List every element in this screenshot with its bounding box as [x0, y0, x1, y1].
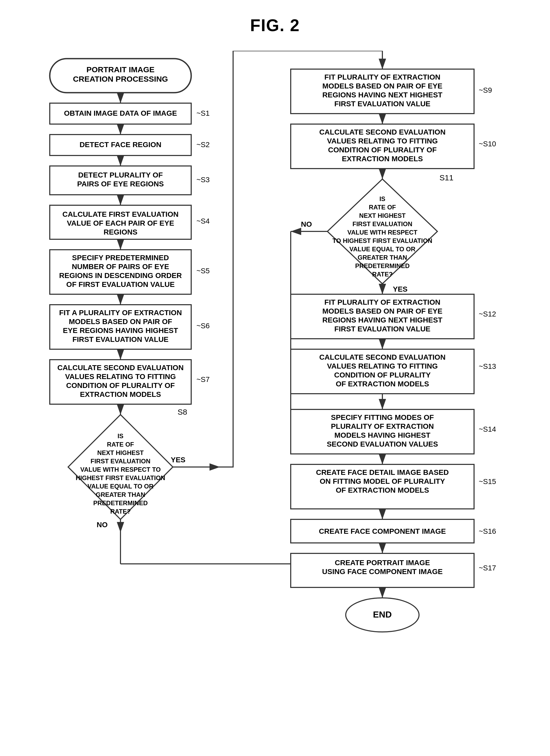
s17-text2: USING FACE COMPONENT IMAGE	[322, 568, 443, 576]
s7-text2: VALUES RELATING TO FITTING	[65, 373, 176, 381]
s7-text4: EXTRACTION MODELS	[80, 390, 161, 398]
s10-label: ~S10	[479, 140, 496, 148]
s12-text4: FIRST EVALUATION VALUE	[334, 325, 430, 333]
s11-yes-label: YES	[393, 285, 408, 293]
s4-label: ~S4	[196, 217, 210, 225]
s6-label: ~S6	[196, 322, 210, 330]
s11-d-text3: FIRST EVALUATION	[353, 220, 412, 227]
end-text: END	[373, 609, 392, 619]
s5-text4: OF FIRST EVALUATION VALUE	[66, 280, 175, 288]
s5-label: ~S5	[196, 267, 210, 275]
s6-text4: FIRST EVALUATION VALUE	[72, 335, 168, 343]
s11-no-label: NO	[301, 220, 312, 228]
s5-text2: NUMBER OF PAIRS OF EYE	[72, 263, 169, 271]
s15-label: ~S15	[479, 477, 496, 486]
s11-d-text2: NEXT HIGHEST	[359, 212, 406, 219]
start-text2: CREATION PROCESSING	[73, 75, 168, 83]
s8-label: S8	[177, 408, 187, 416]
s8-d-text2: RATE OF	[107, 441, 134, 448]
s8-yes-label: YES	[171, 456, 185, 464]
s3-label: ~S3	[196, 176, 210, 184]
s3-text1: DETECT PLURALITY OF	[78, 171, 163, 179]
s14-text2: PLURALITY OF EXTRACTION	[331, 422, 434, 430]
s15-text2: ON FITTING MODEL OF PLURALITY	[320, 477, 445, 485]
s13-text2: VALUES RELATING TO FITTING	[327, 362, 438, 370]
start-text: PORTRAIT IMAGE	[86, 65, 154, 74]
s11-d-text8: PREDETERMINED	[355, 262, 410, 269]
s9-text2: MODELS BASED ON PAIR OF EYE	[323, 82, 442, 90]
s13-text4: OF EXTRACTION MODELS	[336, 380, 429, 388]
s3-text2: PAIRS OF EYE REGIONS	[77, 180, 164, 188]
s13-text1: CALCULATE SECOND EVALUATION	[319, 353, 446, 361]
s8-d-text5: VALUE WITH RESPECT TO	[80, 466, 160, 473]
s10-text3: CONDITION OF PLURALITY OF	[328, 146, 437, 154]
s10-text4: EXTRACTION MODELS	[342, 155, 423, 163]
s13-text3: CONDITION OF PLURALITY	[334, 371, 431, 379]
s4-text3: REGIONS	[103, 228, 137, 236]
s2-text: DETECT FACE REGION	[80, 141, 161, 149]
s5-text3: REGIONS IN DESCENDING ORDER	[59, 271, 182, 280]
s10-text1: CALCULATE SECOND EVALUATION	[319, 128, 446, 136]
s11-label: S11	[440, 173, 453, 182]
s9-text3: REGIONS HAVING NEXT HIGHEST	[323, 91, 442, 99]
s11-d-text9: RATE?	[372, 271, 393, 278]
s8-d-text8: GREATER THAN	[96, 491, 145, 498]
s6-text3: EYE REGIONS HAVING HIGHEST	[63, 326, 178, 335]
s8-d-text9: PREDETERMINED	[93, 499, 148, 507]
s7-text1: CALCULATE SECOND EVALUATION	[57, 364, 183, 372]
s8-d-text10: RATE?	[110, 508, 131, 515]
s13-label: ~S13	[479, 362, 496, 370]
s8-d-text6: HIGHEST FIRST EVALUATION	[76, 474, 165, 481]
s7-label: ~S7	[196, 375, 210, 383]
s6-text1: FIT A PLURALITY OF EXTRACTION	[59, 309, 182, 317]
s9-text4: FIRST EVALUATION VALUE	[334, 100, 430, 108]
s1-label: ~S1	[196, 109, 210, 117]
s14-text1: SPECIFY FITTING MODES OF	[331, 413, 434, 421]
figure-title: FIG. 2	[21, 16, 529, 35]
page: FIG. 2 PORTRAIT IMAGE CREATION PROCESSIN…	[0, 0, 550, 756]
s12-text1: FIT PLURALITY OF EXTRACTION	[325, 298, 441, 306]
s8-d-text3: NEXT HIGHEST	[97, 449, 144, 456]
s11-d-text0: IS	[380, 195, 386, 202]
s11-d-text7: GREATER THAN	[358, 254, 407, 261]
s4-text1: CALCULATE FIRST EVALUATION	[62, 210, 178, 218]
s11-d-text1: RATE OF	[369, 204, 396, 211]
s8-d-text1: IS	[118, 432, 124, 440]
s16-label: ~S16	[479, 527, 496, 535]
s14-text4: SECOND EVALUATION VALUES	[327, 440, 438, 448]
s12-text3: REGIONS HAVING NEXT HIGHEST	[323, 316, 442, 324]
s7-text3: CONDITION OF PLURALITY OF	[66, 381, 175, 390]
s17-text1: CREATE PORTRAIT IMAGE	[335, 559, 430, 567]
s14-label: ~S14	[479, 425, 496, 433]
s9-text1: FIT PLURALITY OF EXTRACTION	[325, 73, 441, 81]
s12-label: ~S12	[479, 310, 496, 318]
s11-d-text6: VALUE EQUAL TO OR	[350, 246, 415, 253]
s16-text: CREATE FACE COMPONENT IMAGE	[319, 527, 446, 535]
s10-text2: VALUES RELATING TO FITTING	[327, 137, 438, 145]
s8-d-text4: FIRST EVALUATION	[91, 458, 150, 465]
s12-text2: MODELS BASED ON PAIR OF EYE	[323, 307, 442, 315]
s15-text3: OF EXTRACTION MODELS	[336, 486, 429, 494]
s9-label: ~S9	[479, 86, 492, 94]
s8-no-label: NO	[97, 521, 108, 529]
s5-text1: SPECIFY PREDETERMINED	[72, 254, 169, 262]
s8-d-text7: VALUE EQUAL TO OR	[87, 483, 153, 490]
s6-text2: MODELS BASED ON PAIR OF	[69, 318, 172, 326]
s4-text2: VALUE OF EACH PAIR OF EYE	[67, 219, 174, 227]
s14-text3: MODELS HAVING HIGHEST	[335, 431, 431, 439]
s2-label: ~S2	[196, 141, 210, 149]
s11-d-text4: VALUE WITH RESPECT	[347, 229, 418, 236]
flowchart-svg: PORTRAIT IMAGE CREATION PROCESSING OBTAI…	[21, 51, 529, 756]
s17-label: ~S17	[479, 564, 496, 572]
s15-text1: CREATE FACE DETAIL IMAGE BASED	[316, 468, 449, 476]
s11-d-text5: TO HIGHEST FIRST EVALUATION	[332, 237, 432, 244]
s1-text: OBTAIN IMAGE DATA OF IMAGE	[64, 109, 177, 117]
